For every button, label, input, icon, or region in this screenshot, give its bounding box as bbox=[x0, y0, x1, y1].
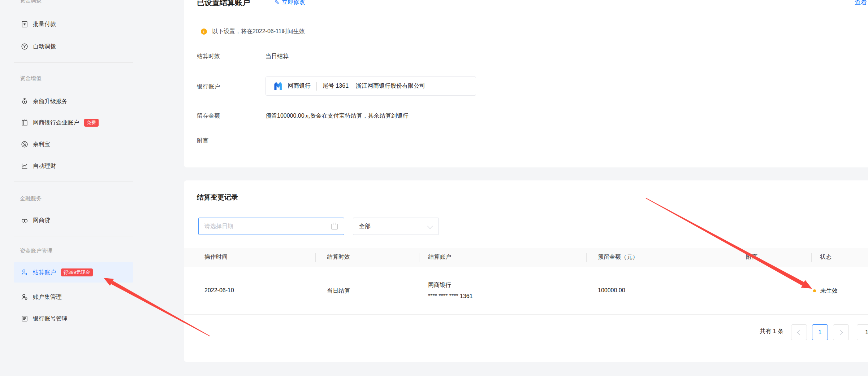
sidebar-item-auto-invest[interactable]: 自动理财 bbox=[21, 161, 56, 171]
bank-company-name: 浙江网商银行股份有限公司 bbox=[356, 82, 425, 90]
sidebar-item-label: 账户集管理 bbox=[33, 293, 62, 301]
mybank-logo-icon bbox=[273, 81, 283, 91]
settlement-settings-card: 已设置结算账户 ✎ 立即修改 i 以下设置，将在2022-06-11时间生效 结… bbox=[184, 0, 868, 167]
balance-upgrade-icon bbox=[21, 97, 29, 105]
sidebar-item-yulibao[interactable]: 余利宝 bbox=[21, 139, 50, 150]
pagination-page-1-button[interactable]: 1 bbox=[812, 324, 828, 340]
chevron-down-icon bbox=[427, 223, 433, 229]
timeliness-label: 结算时效 bbox=[197, 53, 220, 60]
sidebar-section-funds-growth: 资金增值 bbox=[20, 75, 42, 82]
records-section-title: 结算变更记录 bbox=[197, 193, 238, 202]
column-header: 预留金额（元） bbox=[598, 253, 638, 261]
reserve-amount-label: 留存金额 bbox=[197, 112, 220, 120]
sidebar-item-label: 余利宝 bbox=[33, 141, 50, 148]
column-divider bbox=[737, 253, 737, 262]
free-badge: 免费 bbox=[84, 119, 99, 127]
column-divider bbox=[811, 253, 812, 262]
sidebar-section-financial-services: 金融服务 bbox=[20, 195, 42, 202]
info-icon: i bbox=[201, 29, 207, 35]
edit-now-link[interactable]: ✎ 立即修改 bbox=[275, 0, 305, 6]
sidebar-item-batch-payment[interactable]: 批量付款 bbox=[21, 19, 56, 30]
sidebar-item-mybank-loan[interactable]: 网商贷 bbox=[21, 215, 50, 226]
cash-reward-badge: 得399元现金 bbox=[61, 268, 93, 276]
sidebar-item-balance-upgrade[interactable]: 余额升级服务 bbox=[21, 96, 68, 107]
memo-label: 附言 bbox=[197, 137, 208, 145]
sidebar-divider bbox=[14, 182, 133, 182]
column-divider bbox=[419, 253, 419, 262]
type-filter-value: 全部 bbox=[359, 223, 371, 230]
pagination-prev-button[interactable] bbox=[791, 324, 807, 340]
record-time: 2022-06-10 bbox=[204, 287, 234, 294]
record-row: 2022-06-10 当日结算 网商银行 **** **** **** 1361… bbox=[184, 267, 868, 315]
sidebar-item-label: 结算账户 bbox=[33, 269, 56, 276]
mybank-loan-icon bbox=[21, 217, 29, 224]
pagination-next-button[interactable] bbox=[833, 324, 849, 340]
mybank-icon bbox=[21, 119, 29, 127]
bank-name: 网商银行 bbox=[288, 82, 311, 90]
effective-date-notice: i 以下设置，将在2022-06-11时间生效 bbox=[201, 28, 305, 35]
bank-card-tail: 尾号 1361 bbox=[323, 82, 349, 90]
sidebar-item-label: 网商贷 bbox=[33, 217, 50, 224]
bank-account-label: 银行账户 bbox=[197, 83, 220, 91]
edit-now-label: 立即修改 bbox=[282, 0, 305, 6]
vertical-divider bbox=[316, 82, 317, 91]
record-card-number: **** **** **** 1361 bbox=[428, 293, 473, 300]
auto-transfer-icon bbox=[21, 43, 29, 51]
settlement-account-icon bbox=[21, 268, 29, 276]
sidebar: 资金调拨 批量付款 自动调拨 资金增值 余额升级服务 bbox=[0, 0, 184, 376]
column-header: 附言 bbox=[746, 253, 757, 261]
notice-text: 以下设置，将在2022-06-11时间生效 bbox=[212, 28, 305, 35]
sidebar-item-bank-account-management[interactable]: 银行账号管理 bbox=[21, 313, 68, 324]
sidebar-item-label: 自动调拨 bbox=[33, 43, 56, 51]
pencil-icon: ✎ bbox=[275, 0, 279, 6]
column-divider bbox=[315, 253, 316, 262]
timeliness-value: 当日结算 bbox=[265, 53, 289, 60]
chevron-left-icon bbox=[797, 330, 802, 335]
sidebar-section-account-management: 资金账户管理 bbox=[20, 248, 52, 254]
account-set-icon bbox=[21, 293, 29, 301]
settlement-change-records-card: 结算变更记录 全部 操作时间 结算时效 结算账户 预留金额（元） 附言 状态 2… bbox=[184, 180, 868, 362]
bank-account-card: 网商银行 尾号 1361 浙江网商银行股份有限公司 bbox=[265, 76, 476, 96]
view-link[interactable]: 查看 bbox=[855, 0, 867, 6]
sidebar-divider bbox=[14, 62, 133, 63]
date-picker-input[interactable] bbox=[198, 218, 344, 235]
page-title: 已设置结算账户 bbox=[197, 0, 250, 8]
batch-payment-icon bbox=[21, 20, 29, 28]
sidebar-item-account-set-management[interactable]: 账户集管理 bbox=[21, 292, 62, 302]
yulibao-icon bbox=[21, 140, 29, 148]
reserve-amount-value: 预留100000.00元资金在支付宝待结算，其余结算到银行 bbox=[265, 112, 409, 120]
type-filter-select[interactable]: 全部 bbox=[353, 218, 439, 235]
sidebar-divider bbox=[14, 236, 133, 236]
chevron-right-icon bbox=[838, 330, 843, 335]
sidebar-item-label: 余额升级服务 bbox=[33, 98, 68, 105]
records-table-header: 操作时间 结算时效 结算账户 预留金额（元） 附言 状态 bbox=[184, 248, 868, 267]
column-header: 操作时间 bbox=[204, 253, 228, 261]
column-header: 结算账户 bbox=[428, 253, 451, 261]
record-status: 未生效 bbox=[820, 287, 838, 295]
sidebar-item-mybank-corporate-account[interactable]: 网商银行企业账户 免费 bbox=[21, 117, 99, 128]
pagination-page-size-select[interactable]: 1 bbox=[857, 324, 868, 340]
calendar-icon bbox=[331, 223, 338, 229]
column-header: 结算时效 bbox=[327, 253, 350, 261]
column-header: 状态 bbox=[820, 253, 832, 261]
record-bank-name: 网商银行 bbox=[428, 281, 451, 289]
sidebar-item-label: 自动理财 bbox=[33, 162, 56, 170]
settlement-account-page: { "colors": { "accent_blue": "#1677ff", … bbox=[0, 0, 868, 376]
pagination-total: 共有 1 条 bbox=[750, 328, 783, 335]
sidebar-item-label: 银行账号管理 bbox=[33, 315, 68, 323]
sidebar-item-label: 网商银行企业账户 bbox=[33, 119, 79, 127]
auto-invest-icon bbox=[21, 162, 29, 170]
sidebar-item-auto-transfer[interactable]: 自动调拨 bbox=[21, 41, 56, 52]
sidebar-item-label: 批量付款 bbox=[33, 21, 56, 28]
bank-accounts-icon bbox=[21, 315, 29, 323]
record-reserve-amount: 100000.00 bbox=[598, 287, 625, 294]
record-timeliness: 当日结算 bbox=[327, 287, 350, 295]
sidebar-item-settlement-account[interactable]: 结算账户 得399元现金 bbox=[21, 267, 93, 278]
sidebar-section-funds-transfer: 资金调拨 bbox=[20, 0, 42, 4]
status-dot-icon bbox=[813, 289, 816, 292]
column-divider bbox=[586, 253, 587, 262]
